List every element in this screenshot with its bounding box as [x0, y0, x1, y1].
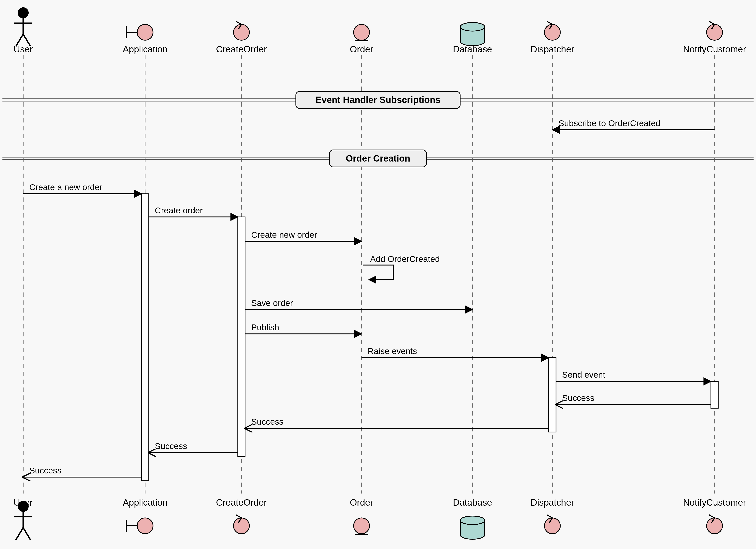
svg-point-12: [354, 24, 369, 40]
activation-dispatcher: [549, 358, 556, 432]
svg-rect-0: [0, 0, 756, 549]
participant-label: CreateOrder: [216, 497, 267, 508]
participant-label: CreateOrder: [216, 44, 267, 54]
divider-label: Order Creation: [346, 153, 410, 164]
message-label: Success: [155, 441, 187, 451]
participant-label: Database: [453, 497, 492, 508]
message-label: Success: [251, 417, 283, 426]
activation-application: [141, 194, 149, 481]
svg-point-33: [354, 518, 369, 534]
participant-label: Application: [123, 497, 168, 508]
divider-label: Event Handler Subscriptions: [315, 95, 441, 105]
participant-label: NotifyCustomer: [683, 497, 746, 508]
message-label: Send event: [562, 370, 605, 379]
svg-point-1: [18, 7, 29, 18]
svg-point-6: [137, 24, 153, 40]
participant-label: Dispatcher: [531, 497, 574, 508]
activation-createorder: [238, 217, 245, 456]
participant-label: User: [14, 44, 33, 54]
participant-label: Order: [350, 44, 373, 54]
svg-point-9: [233, 24, 249, 40]
message-label: Create new order: [251, 230, 317, 240]
svg-point-37: [544, 518, 560, 534]
message-label: Subscribe to OrderCreated: [559, 118, 661, 128]
message-label: Add OrderCreated: [370, 254, 440, 264]
message-label: Create order: [155, 206, 203, 215]
svg-point-27: [137, 518, 153, 534]
message-label: Publish: [251, 322, 279, 332]
participant-label: Dispatcher: [531, 44, 574, 54]
sequence-diagram: UserApplicationCreateOrderOrderDatabaseD…: [0, 0, 756, 549]
message-label: Success: [562, 393, 594, 403]
message-label: Save order: [251, 298, 293, 308]
svg-point-36: [460, 516, 485, 525]
svg-point-22: [18, 501, 29, 512]
message-label: Create a new order: [29, 182, 102, 192]
message-label: Success: [29, 466, 61, 475]
participant-label: Application: [123, 44, 168, 54]
participant-label: NotifyCustomer: [683, 44, 746, 54]
activation-notifycustomer: [711, 381, 718, 408]
svg-point-19: [707, 24, 722, 40]
svg-point-15: [460, 23, 485, 31]
svg-point-40: [707, 518, 722, 534]
svg-point-16: [544, 24, 560, 40]
participant-label: Database: [453, 44, 492, 54]
participant-label: Order: [350, 497, 373, 508]
svg-point-30: [233, 518, 249, 534]
message-label: Raise events: [368, 346, 417, 356]
